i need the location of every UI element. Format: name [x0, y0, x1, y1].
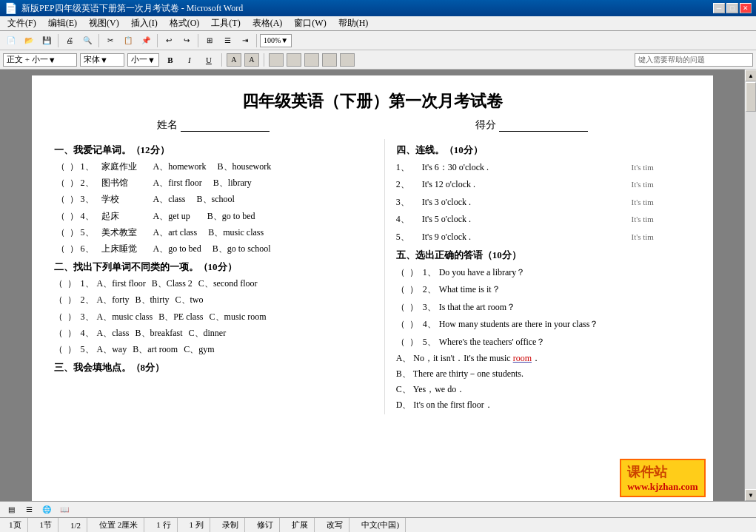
table-row: （ ） 3、 学校 A、class B、school	[54, 192, 377, 206]
format-bar: 正文 + 小一▼ 宋体▼ 小一▼ B I U A A 键入需要帮助的问题	[0, 50, 756, 70]
preview-button[interactable]: 🔍	[79, 33, 96, 48]
paste-button[interactable]: 📌	[138, 33, 154, 48]
answer-a: A、 No，it isn't．It's the music room．	[396, 351, 691, 366]
name-score-row: 姓名 得分	[54, 118, 691, 132]
table-row: （ ） 5、 美术教室 A、art class B、music class	[54, 226, 377, 240]
help-input[interactable]: 键入需要帮助的问题	[635, 53, 753, 67]
close-button[interactable]: ✕	[740, 3, 752, 13]
scroll-down-button[interactable]: ▼	[745, 489, 756, 501]
q1-num: 1、	[81, 160, 101, 174]
align-left-btn[interactable]	[269, 53, 284, 67]
font-color-btn[interactable]: A	[227, 53, 241, 67]
answer-b: B、 There are thirty－one students.	[396, 367, 691, 381]
document-container: 四年级英语（下册）第一次月考试卷 姓名 得分	[0, 70, 744, 501]
score-label: 得分	[475, 118, 496, 132]
table-row: （ ） 5、 A、way B、art room C、gym	[54, 343, 377, 357]
q1-cn: 家庭作业	[101, 160, 153, 174]
q1-opta: A、homework	[153, 160, 207, 174]
table-row: （ ） 1、 Do you have a library？	[396, 265, 691, 280]
new-button[interactable]: 📄	[3, 33, 19, 48]
status-record: 录制	[216, 518, 245, 532]
status-overwrite: 改写	[321, 518, 349, 532]
scrollbar-vertical[interactable]: ▲ ▼	[744, 70, 756, 501]
copy-button[interactable]: 📋	[120, 33, 136, 48]
title-bar-left: 📄 新版PEP四年级英语下册第一次月考试卷 - Microsoft Word	[4, 2, 243, 15]
size-value: 小一	[131, 54, 147, 65]
section2-title: 二、找出下列单词不同类的一项。（10分）	[54, 260, 377, 274]
numbering-btn[interactable]	[322, 53, 337, 67]
menu-help[interactable]: 帮助(H)	[334, 16, 373, 30]
section1-title: 一、我爱记单词。（12分）	[54, 144, 377, 157]
status-language: 中文(中国)	[355, 518, 406, 532]
title-bar: 📄 新版PEP四年级英语下册第一次月考试卷 - Microsoft Word ─…	[0, 0, 756, 16]
status-bar: 1页 1节 1/2 位置 2厘米 1 行 1 列 录制 修订 扩展 改写 中文(…	[0, 517, 756, 532]
italic-button[interactable]: I	[181, 53, 198, 67]
menu-view[interactable]: 视图(V)	[84, 16, 124, 30]
left-column: 一、我爱记单词。（12分） （ ） 1、 家庭作业 A、homework B、h…	[54, 139, 385, 414]
menu-insert[interactable]: 插入(I)	[127, 16, 162, 30]
minimize-button[interactable]: ─	[713, 3, 725, 13]
separator-5	[256, 34, 257, 47]
scroll-up-button[interactable]: ▲	[745, 70, 756, 81]
menu-table[interactable]: 表格(A)	[248, 16, 287, 30]
section3-title: 三、我会填地点。（8分）	[54, 361, 377, 374]
highlight-btn[interactable]: A	[244, 53, 259, 67]
view-reading-btn[interactable]: 📖	[56, 502, 73, 517]
align-center-btn[interactable]	[287, 53, 301, 67]
q1-options: A、homework B、housework	[153, 160, 272, 174]
open-button[interactable]: 📂	[21, 33, 37, 48]
cut-button[interactable]: ✂	[102, 33, 118, 48]
size-select[interactable]: 小一▼	[127, 53, 159, 67]
separator-3	[157, 34, 158, 47]
underline-button[interactable]: U	[201, 53, 217, 67]
zoom-select[interactable]: 100%▼	[260, 34, 292, 47]
indent-button[interactable]: ⇥	[237, 33, 253, 48]
table-row: （ ） 4、 How many students are there in yo…	[396, 317, 691, 331]
app-icon: 📄	[4, 2, 17, 15]
table-row: （ ） 5、 Where's the teachers' office？	[396, 334, 691, 349]
view-web-btn[interactable]: 🌐	[39, 502, 55, 517]
menu-tools[interactable]: 工具(T)	[207, 16, 244, 30]
align-right-btn[interactable]	[304, 53, 319, 67]
print-button[interactable]: 🖨	[61, 33, 78, 48]
section4-title: 四、连线。（10分）	[396, 144, 691, 157]
name-label: 姓名	[157, 118, 178, 132]
cols-button[interactable]: ☰	[219, 33, 235, 48]
table-row: （ ） 3、 Is that the art room？	[396, 300, 691, 314]
table-row: 1、 It's 6：30 o'clock . It's tim	[396, 160, 691, 175]
table-row: 3、 It's 3 o'clock . It's tim	[396, 195, 691, 209]
save-button[interactable]: 💾	[39, 33, 55, 48]
menu-window[interactable]: 窗口(W)	[290, 16, 330, 30]
bullets-btn[interactable]	[340, 53, 355, 67]
view-normal-btn[interactable]: ▤	[3, 502, 19, 517]
align-sep	[264, 53, 264, 67]
maximize-button[interactable]: □	[726, 3, 738, 13]
scroll-thumb[interactable]	[746, 82, 756, 112]
table-row: 4、 It's 5 o'clock . It's tim	[396, 212, 691, 226]
undo-button[interactable]: ↩	[161, 33, 177, 48]
status-line: 1 行	[150, 518, 177, 532]
style-select[interactable]: 正文 + 小一▼	[3, 53, 77, 67]
table-row: （ ） 1、 家庭作业 A、homework B、housework	[54, 160, 377, 174]
font-value: 宋体	[84, 54, 100, 65]
answer-c: C、 Yes，we do．	[396, 383, 691, 397]
font-select[interactable]: 宋体▼	[80, 53, 124, 67]
menu-file[interactable]: 文件(F)	[3, 16, 41, 30]
table-row: （ ） 2、 A、forty B、thirty C、two	[54, 293, 377, 307]
redo-button[interactable]: ↪	[178, 33, 195, 48]
separator-1	[58, 34, 58, 47]
q1-optb: B、housework	[218, 160, 272, 174]
menu-edit[interactable]: 编辑(E)	[44, 16, 81, 30]
document-title: 四年级英语（下册）第一次月考试卷	[54, 90, 691, 112]
main-area: 四年级英语（下册）第一次月考试卷 姓名 得分	[0, 70, 756, 501]
view-outline-btn[interactable]: ☰	[21, 502, 37, 517]
status-col: 1 列	[184, 518, 210, 532]
menu-format[interactable]: 格式(O)	[165, 16, 204, 30]
table-button[interactable]: ⊞	[201, 33, 218, 48]
bold-button[interactable]: B	[162, 53, 178, 67]
table-row: 2、 It's 12 o'clock . It's tim	[396, 177, 691, 192]
table-row: （ ） 2、 图书馆 A、first floor B、library	[54, 176, 377, 190]
window-controls[interactable]: ─ □ ✕	[713, 3, 752, 13]
table-row: （ ） 6、 上床睡觉 A、go to bed B、go to school	[54, 242, 377, 256]
status-section: 1节	[34, 518, 59, 532]
